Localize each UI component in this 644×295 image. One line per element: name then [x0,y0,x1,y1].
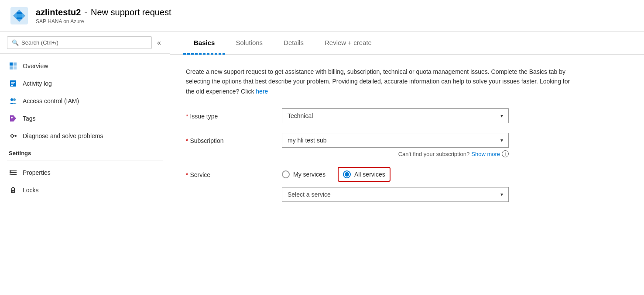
svg-rect-19 [10,174,11,175]
svg-rect-5 [10,66,13,69]
svg-rect-4 [14,62,17,66]
tab-solutions-label: Solutions [236,39,263,46]
subscription-chevron-icon: ▾ [500,137,503,143]
svg-rect-3 [10,62,13,66]
issue-type-required: * [186,113,188,120]
settings-section-header: Settings [0,145,170,158]
issue-type-row: * Issue type Technical ▾ [186,108,605,123]
settings-divider [7,160,163,160]
svg-rect-9 [11,83,14,84]
tab-review-create[interactable]: Review + create [314,32,382,55]
radio-my-services-input[interactable] [282,170,290,178]
sidebar-item-access-control[interactable]: Access control (IAM) [0,92,170,110]
sidebar-item-diagnose[interactable]: Diagnose and solve problems [0,127,170,145]
service-radio-group: My services All services [282,167,605,182]
svg-rect-6 [14,66,17,69]
radio-my-services-label: My services [293,171,325,178]
header-resource-name: azlintestu2 - New support request [36,7,171,17]
service-required: * [186,171,188,178]
tab-solutions[interactable]: Solutions [225,32,273,55]
tab-bar: Basics Solutions Details Review + create [170,32,644,55]
header-page-title: New support request [91,7,171,17]
overview-icon [9,62,17,70]
select-service-dropdown[interactable]: Select a service ▾ [282,187,509,202]
subscription-info-icon[interactable]: i [502,150,509,157]
subscription-label: * Subscription [186,133,282,144]
search-box[interactable]: 🔍 Search (Ctrl+/) [7,36,152,49]
search-icon: 🔍 [12,39,19,46]
form-description-text: Create a new support request to get assi… [186,68,570,95]
form-description: Create a new support request to get assi… [186,67,579,96]
header-subtitle: SAP HANA on Azure [36,18,171,24]
issue-type-chevron-icon: ▾ [500,113,503,119]
sidebar-item-tags[interactable]: Tags [0,110,170,127]
service-label-text: Service [190,171,210,178]
subscription-required: * [186,137,188,144]
resource-name-text: azlintestu2 [36,7,81,17]
issue-type-control: Technical ▾ [282,108,605,123]
sidebar: 🔍 Search (Ctrl+/) « Overview Activity lo… [0,32,170,295]
svg-point-11 [10,98,13,101]
tab-details-label: Details [284,39,304,46]
subscription-row: * Subscription my hli test sub ▾ Can't f… [186,133,605,157]
locks-icon [9,186,17,194]
select-service-chevron-icon: ▾ [500,191,503,198]
header-dash: - [84,7,87,17]
tab-basics-label: Basics [194,39,215,46]
content-area: Basics Solutions Details Review + create… [170,32,644,295]
subscription-hint-text: Can't find your subscription? [398,151,470,157]
sidebar-nav: Overview Activity log [0,54,170,202]
activity-log-icon [9,79,17,88]
issue-type-label: * Issue type [186,108,282,120]
sidebar-item-properties[interactable]: Properties [0,164,170,181]
old-experience-link[interactable]: here [256,88,268,95]
issue-type-dropdown[interactable]: Technical ▾ [282,108,509,123]
resource-logo [9,5,30,26]
sidebar-item-overview[interactable]: Overview [0,57,170,75]
properties-icon [9,168,17,177]
sidebar-item-activity-log-label: Activity log [23,80,52,87]
sidebar-item-diagnose-label: Diagnose and solve problems [23,132,103,139]
tab-review-create-label: Review + create [325,39,372,46]
svg-rect-16 [10,172,17,173]
svg-point-12 [13,98,16,101]
search-placeholder: Search (Ctrl+/) [21,39,58,46]
select-service-placeholder: Select a service [288,191,331,198]
issue-type-value: Technical [288,112,313,119]
subscription-value: my hli test sub [288,137,326,144]
svg-rect-18 [10,170,11,172]
sidebar-item-properties-label: Properties [23,169,51,176]
subscription-dropdown[interactable]: my hli test sub ▾ [282,133,509,148]
svg-point-13 [11,117,13,118]
sidebar-item-iam-label: Access control (IAM) [23,97,79,104]
svg-point-21 [13,191,14,192]
svg-rect-10 [11,85,13,86]
subscription-label-text: Subscription [190,137,223,144]
svg-point-14 [15,135,17,137]
sidebar-item-activity-log[interactable]: Activity log [0,75,170,92]
service-label: * Service [186,167,282,178]
show-more-link[interactable]: Show more [471,151,500,157]
page-header: azlintestu2 - New support request SAP HA… [0,0,644,32]
form-area: Create a new support request to get assi… [170,55,644,295]
tab-details[interactable]: Details [273,32,314,55]
radio-all-services[interactable]: All services [343,170,385,178]
sidebar-search-area: 🔍 Search (Ctrl+/) « [0,32,170,54]
header-title-group: azlintestu2 - New support request SAP HA… [36,7,171,24]
all-services-highlight-box: All services [338,167,391,182]
issue-type-label-text: Issue type [190,113,218,120]
diagnose-icon [9,132,17,140]
service-row: * Service My services [186,167,605,202]
sidebar-item-tags-label: Tags [23,115,36,122]
radio-all-services-label: All services [354,171,385,178]
radio-all-services-input[interactable] [343,170,351,178]
sidebar-item-locks[interactable]: Locks [0,181,170,199]
sidebar-collapse-button[interactable]: « [155,37,163,49]
tags-icon [9,114,17,123]
tab-basics[interactable]: Basics [183,32,225,55]
main-layout: 🔍 Search (Ctrl+/) « Overview Activity lo… [0,32,644,295]
subscription-control: my hli test sub ▾ Can't find your subscr… [282,133,605,157]
sidebar-item-overview-label: Overview [23,62,48,69]
radio-my-services[interactable]: My services [282,170,325,178]
subscription-hint: Can't find your subscription? Show more … [282,150,509,157]
